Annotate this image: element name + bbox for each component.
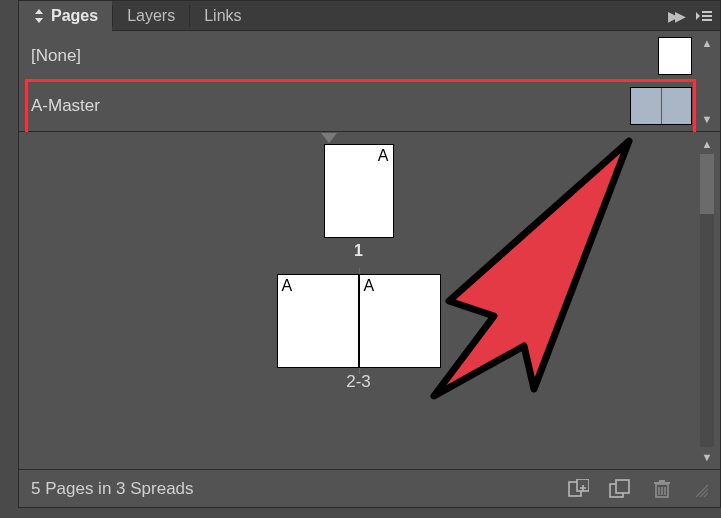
tab-label: Layers: [127, 7, 175, 25]
pages-section: A 1 A A 2-3 ▲ ▼: [19, 132, 720, 469]
tabbar-right-controls: ▶▶: [668, 1, 712, 31]
pages-scrollbar[interactable]: ▲ ▼: [698, 136, 716, 465]
master-row-none[interactable]: [None]: [19, 31, 720, 81]
scroll-down-icon[interactable]: ▼: [699, 111, 715, 127]
master-row-a-master[interactable]: A-Master: [19, 81, 720, 131]
master-label: A-Master: [31, 96, 630, 116]
spread-thumb-2-3[interactable]: A A: [277, 274, 441, 368]
svg-rect-0: [702, 11, 712, 13]
svg-rect-8: [654, 482, 670, 484]
tab-pages[interactable]: Pages: [19, 1, 112, 31]
scroll-down-icon[interactable]: ▼: [699, 449, 715, 465]
master-indicator: A: [282, 277, 293, 295]
resize-grip-icon[interactable]: [692, 481, 708, 497]
master-indicator: A: [378, 147, 389, 165]
master-thumb-spread: [630, 87, 692, 125]
tab-label: Links: [204, 7, 241, 25]
page-number-label: 1: [354, 242, 363, 260]
masters-section: [None] A-Master ▲ ▼: [19, 31, 720, 132]
page-thumb-2[interactable]: A: [277, 274, 359, 368]
svg-rect-6: [616, 480, 629, 493]
master-indicator: A: [364, 277, 375, 295]
pages-canvas[interactable]: A 1 A A 2-3: [19, 132, 698, 469]
panel-menu-icon[interactable]: [696, 9, 712, 23]
collapse-icon[interactable]: ▶▶: [668, 8, 682, 24]
panel-tabbar: Pages Layers Links ▶▶: [19, 1, 720, 31]
tab-layers[interactable]: Layers: [113, 1, 189, 31]
master-thumb-none: [658, 37, 692, 75]
scroll-thumb[interactable]: [700, 154, 714, 214]
panel-footer: 5 Pages in 3 Spreads: [19, 469, 720, 507]
tab-label: Pages: [51, 7, 98, 25]
scroll-up-icon[interactable]: ▲: [699, 136, 715, 152]
page-thumb-1[interactable]: A: [324, 144, 394, 238]
page-thumb-3[interactable]: A: [359, 274, 441, 368]
status-text: 5 Pages in 3 Spreads: [31, 479, 548, 499]
master-label: [None]: [31, 46, 658, 66]
svg-rect-9: [659, 480, 665, 482]
tab-links[interactable]: Links: [190, 1, 255, 31]
scroll-up-icon[interactable]: ▲: [699, 35, 715, 51]
spread-number-label: 2-3: [346, 372, 371, 392]
svg-rect-2: [702, 19, 712, 21]
scroll-track[interactable]: [700, 154, 714, 447]
panel-arrows-icon: [33, 9, 45, 23]
new-page-icon[interactable]: [608, 477, 632, 501]
pages-panel: Pages Layers Links ▶▶ [None]: [18, 0, 721, 508]
edit-page-size-icon[interactable]: [566, 477, 590, 501]
trash-icon[interactable]: [650, 477, 674, 501]
svg-rect-1: [702, 15, 712, 17]
masters-scrollbar[interactable]: ▲ ▼: [698, 35, 716, 127]
